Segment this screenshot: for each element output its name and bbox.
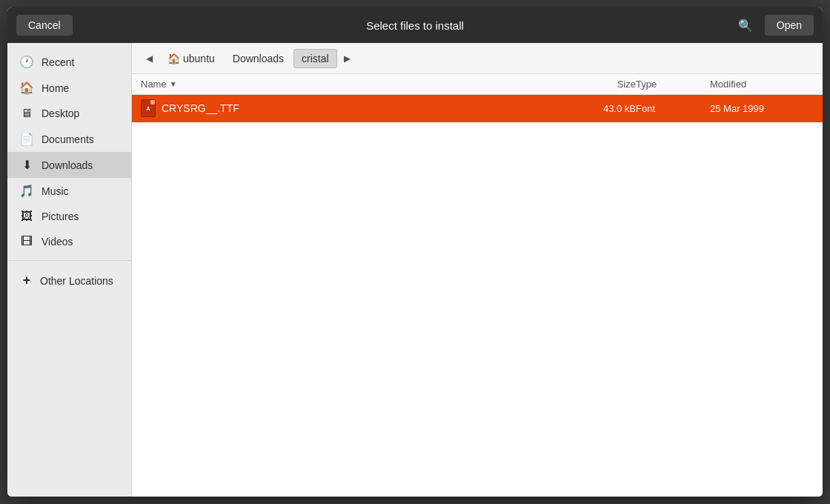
desktop-icon: 🖥 <box>19 107 34 120</box>
breadcrumb-forward-button[interactable]: ▶ <box>339 50 356 67</box>
sidebar-label-desktop: Desktop <box>42 107 79 119</box>
sidebar-label-videos: Videos <box>42 236 73 248</box>
ubuntu-home-icon: 🏠 <box>167 53 180 64</box>
sidebar-item-documents[interactable]: 📄 Documents <box>7 126 131 152</box>
other-locations-icon: + <box>19 273 34 288</box>
downloads-icon: ⬇ <box>19 158 34 172</box>
open-button[interactable]: Open <box>765 15 814 36</box>
sidebar-item-recent[interactable]: 🕐 Recent <box>7 49 131 75</box>
music-icon: 🎵 <box>19 184 34 198</box>
back-icon: ◀ <box>146 53 153 64</box>
breadcrumb-cristal-label: cristal <box>302 53 329 64</box>
sidebar-item-pictures[interactable]: 🖼 Pictures <box>7 204 131 229</box>
breadcrumb-ubuntu[interactable]: 🏠 ubuntu <box>159 49 223 68</box>
header-type-label: Type <box>636 79 657 90</box>
sidebar-label-recent: Recent <box>42 56 74 68</box>
home-icon: 🏠 <box>19 81 34 95</box>
videos-icon: 🎞 <box>19 235 34 248</box>
breadcrumb-ubuntu-label: ubuntu <box>183 53 215 64</box>
recent-icon: 🕐 <box>19 55 34 69</box>
sidebar-label-documents: Documents <box>42 133 94 145</box>
sidebar-item-home[interactable]: 🏠 Home <box>7 75 131 101</box>
sidebar-label-music: Music <box>42 185 69 197</box>
titlebar: Cancel Select files to install 🔍 Open <box>7 7 823 43</box>
file-modified: 25 Mar 1999 <box>710 103 814 114</box>
cancel-button[interactable]: Cancel <box>16 15 73 36</box>
sidebar-divider <box>7 260 131 261</box>
breadcrumb-cristal[interactable]: cristal <box>293 49 337 68</box>
header-size[interactable]: Size <box>562 79 636 90</box>
file-list: A CRYSRG__.TTF 43.0 kB Font 25 Mar 1999 <box>132 95 823 497</box>
titlebar-left: Cancel <box>16 15 73 36</box>
documents-icon: 📄 <box>19 132 34 146</box>
search-icon: 🔍 <box>738 19 753 32</box>
breadcrumb-back-button[interactable]: ◀ <box>141 50 158 67</box>
sidebar-label-downloads: Downloads <box>42 159 93 171</box>
forward-icon: ▶ <box>344 53 351 64</box>
breadcrumb-downloads-label: Downloads <box>233 53 284 64</box>
file-type-icon: A <box>141 99 156 117</box>
dialog-title: Select files to install <box>366 19 464 32</box>
search-button[interactable]: 🔍 <box>732 16 759 36</box>
main-content: 🕐 Recent 🏠 Home 🖥 Desktop 📄 Documents ⬇ … <box>7 43 823 497</box>
sidebar-label-home: Home <box>42 82 69 94</box>
header-type[interactable]: Type <box>636 79 710 90</box>
sidebar-label-pictures: Pictures <box>42 210 79 222</box>
sidebar-item-desktop[interactable]: 🖥 Desktop <box>7 101 131 126</box>
file-area: ◀ 🏠 ubuntu Downloads cristal ▶ <box>132 43 823 497</box>
breadcrumb-bar: ◀ 🏠 ubuntu Downloads cristal ▶ <box>132 43 823 74</box>
file-column-headers: Name ▼ Size Type Modified <box>132 74 823 95</box>
titlebar-right: 🔍 Open <box>732 15 814 36</box>
sidebar-item-other-locations[interactable]: + Other Locations <box>7 267 131 294</box>
file-name-cell: A CRYSRG__.TTF <box>141 99 562 117</box>
file-type: Font <box>636 103 710 114</box>
pictures-icon: 🖼 <box>19 210 34 223</box>
sidebar-label-other-locations: Other Locations <box>40 275 113 287</box>
header-name-label: Name <box>141 79 167 90</box>
header-name[interactable]: Name ▼ <box>141 79 562 90</box>
file-name: CRYSRG__.TTF <box>162 102 239 114</box>
header-modified-label: Modified <box>710 79 746 90</box>
sidebar-item-downloads[interactable]: ⬇ Downloads <box>7 152 131 178</box>
file-size: 43.0 kB <box>562 103 636 114</box>
breadcrumb-downloads[interactable]: Downloads <box>225 49 292 68</box>
table-row[interactable]: A CRYSRG__.TTF 43.0 kB Font 25 Mar 1999 <box>132 95 823 122</box>
file-dialog: Cancel Select files to install 🔍 Open 🕐 … <box>7 7 823 497</box>
sort-icon: ▼ <box>170 80 177 88</box>
sidebar-item-music[interactable]: 🎵 Music <box>7 178 131 204</box>
header-modified[interactable]: Modified <box>710 79 814 90</box>
header-size-label: Size <box>617 79 636 90</box>
sidebar: 🕐 Recent 🏠 Home 🖥 Desktop 📄 Documents ⬇ … <box>7 43 132 497</box>
sidebar-item-videos[interactable]: 🎞 Videos <box>7 229 131 254</box>
